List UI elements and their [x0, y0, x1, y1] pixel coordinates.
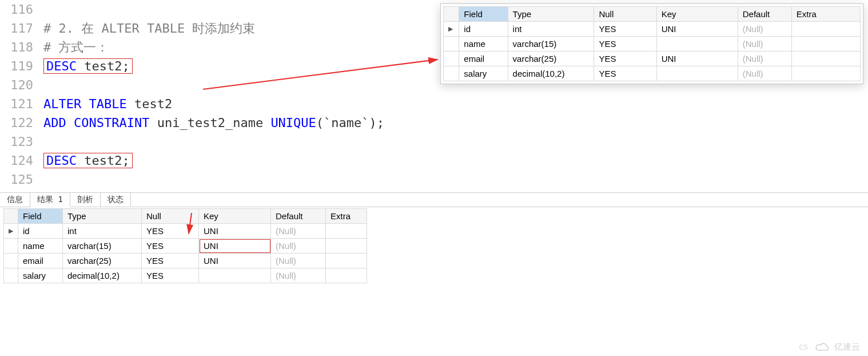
column-header[interactable]: Key — [199, 209, 271, 224]
column-header[interactable]: Key — [656, 7, 738, 22]
table-cell[interactable]: varchar(25) — [508, 52, 594, 66]
table-row[interactable]: ▶idintYESUNI(Null) — [444, 22, 861, 37]
code-line[interactable]: 124DESC test2; — [6, 151, 868, 170]
column-header[interactable]: Null — [594, 7, 656, 22]
line-number: 119 — [6, 59, 43, 73]
result-tabs: 信息结果 1剖析状态 — [0, 192, 868, 207]
table-cell[interactable]: YES — [142, 239, 199, 254]
table-cell[interactable]: YES — [594, 22, 656, 37]
table-cell[interactable]: email — [18, 254, 63, 268]
table-cell[interactable]: (Null) — [271, 268, 326, 283]
table-cell[interactable]: varchar(15) — [508, 37, 594, 52]
table-cell[interactable]: id — [459, 22, 508, 37]
code-line[interactable]: 125 — [6, 170, 868, 189]
table-cell[interactable]: YES — [594, 37, 656, 52]
code-content[interactable]: # 2. 在 ALTER TABLE 时添加约束 — [43, 20, 255, 37]
row-marker: ▶ — [444, 22, 459, 37]
table-cell[interactable]: YES — [142, 224, 199, 239]
column-header[interactable]: Extra — [791, 7, 860, 22]
table-cell[interactable] — [791, 52, 860, 66]
table-cell[interactable] — [791, 37, 860, 52]
code-line[interactable]: 121ALTER TABLE test2 — [6, 94, 868, 113]
table-cell[interactable] — [326, 254, 367, 268]
code-content[interactable]: ALTER TABLE test2 — [43, 97, 172, 111]
table-row[interactable]: ▶idintYESUNI(Null) — [4, 224, 367, 239]
table-cell[interactable]: UNI — [656, 52, 738, 66]
table-cell[interactable]: int — [63, 224, 142, 239]
column-header[interactable]: Field — [459, 7, 508, 22]
table-cell[interactable]: (Null) — [738, 52, 791, 66]
code-content[interactable]: DESC test2; — [46, 153, 130, 168]
table-cell[interactable]: (Null) — [271, 254, 326, 268]
table-cell[interactable]: decimal(10,2) — [508, 66, 594, 81]
table-cell[interactable]: salary — [459, 66, 508, 81]
row-marker — [4, 268, 18, 283]
table-cell[interactable] — [199, 268, 271, 283]
code-line[interactable]: 123 — [6, 132, 868, 151]
tab-结果 1[interactable]: 结果 1 — [30, 192, 70, 207]
table-row[interactable]: emailvarchar(25)YESUNI(Null) — [444, 52, 861, 66]
table-cell[interactable]: (Null) — [738, 66, 791, 81]
column-header[interactable]: Default — [738, 7, 791, 22]
table-cell[interactable]: int — [508, 22, 594, 37]
line-number: 121 — [6, 97, 43, 111]
line-number: 124 — [6, 153, 43, 168]
table-cell[interactable]: UNI — [199, 254, 271, 268]
column-header[interactable]: Type — [508, 7, 594, 22]
table-cell[interactable] — [791, 22, 860, 37]
table-cell[interactable]: varchar(15) — [63, 239, 142, 254]
cloud-icon — [815, 342, 831, 353]
table-cell[interactable] — [656, 37, 738, 52]
result-table-bottom[interactable]: FieldTypeNullKeyDefaultExtra▶idintYESUNI… — [3, 208, 367, 283]
result-table-top[interactable]: FieldTypeNullKeyDefaultExtra▶idintYESUNI… — [443, 6, 861, 81]
row-marker: ▶ — [4, 224, 18, 239]
column-header[interactable]: Default — [271, 209, 326, 224]
result-popup-panel: FieldTypeNullKeyDefaultExtra▶idintYESUNI… — [440, 3, 863, 84]
column-header[interactable]: Type — [63, 209, 142, 224]
tab-剖析[interactable]: 剖析 — [70, 193, 101, 207]
table-cell[interactable] — [326, 239, 367, 254]
table-cell[interactable]: UNI — [656, 22, 738, 37]
table-row[interactable]: emailvarchar(25)YESUNI(Null) — [4, 254, 367, 268]
table-cell[interactable]: name — [459, 37, 508, 52]
table-cell[interactable]: (Null) — [271, 239, 326, 254]
table-row[interactable]: namevarchar(15)YESUNI(Null) — [4, 239, 367, 254]
code-content[interactable]: # 方式一： — [43, 39, 109, 56]
table-row[interactable]: salarydecimal(10,2)YES(Null) — [4, 268, 367, 283]
table-cell[interactable]: decimal(10,2) — [63, 268, 142, 283]
table-cell[interactable]: id — [18, 224, 63, 239]
tab-状态[interactable]: 状态 — [101, 193, 131, 207]
code-line[interactable]: 122ADD CONSTRAINT uni_test2_name UNIQUE(… — [6, 113, 868, 132]
table-cell[interactable]: salary — [18, 268, 63, 283]
code-content[interactable]: ADD CONSTRAINT uni_test2_name UNIQUE(`na… — [43, 116, 384, 130]
table-row[interactable]: namevarchar(15)YES(Null) — [444, 37, 861, 52]
code-content[interactable]: DESC test2; — [46, 59, 130, 73]
line-number: 123 — [6, 135, 43, 149]
table-cell[interactable]: (Null) — [738, 37, 791, 52]
table-cell[interactable]: YES — [594, 52, 656, 66]
table-cell[interactable] — [791, 66, 860, 81]
table-cell[interactable] — [326, 224, 367, 239]
table-cell[interactable]: (Null) — [271, 224, 326, 239]
table-cell[interactable] — [326, 268, 367, 283]
tab-信息[interactable]: 信息 — [0, 193, 30, 207]
column-header[interactable]: Null — [142, 209, 199, 224]
table-cell[interactable]: UNI — [199, 239, 271, 254]
column-header[interactable]: Extra — [326, 209, 367, 224]
table-cell[interactable]: varchar(25) — [63, 254, 142, 268]
watermark-cs: CS — [799, 343, 808, 351]
line-number: 125 — [6, 172, 43, 187]
table-cell[interactable] — [656, 66, 738, 81]
table-cell[interactable]: YES — [594, 66, 656, 81]
table-cell[interactable]: YES — [142, 268, 199, 283]
table-cell[interactable]: (Null) — [738, 22, 791, 37]
table-cell[interactable]: email — [459, 52, 508, 66]
table-cell[interactable]: UNI — [199, 224, 271, 239]
line-number: 120 — [6, 78, 43, 92]
row-marker — [4, 239, 18, 254]
row-marker — [444, 52, 459, 66]
table-row[interactable]: salarydecimal(10,2)YES(Null) — [444, 66, 861, 81]
column-header[interactable]: Field — [18, 209, 63, 224]
table-cell[interactable]: YES — [142, 254, 199, 268]
table-cell[interactable]: name — [18, 239, 63, 254]
